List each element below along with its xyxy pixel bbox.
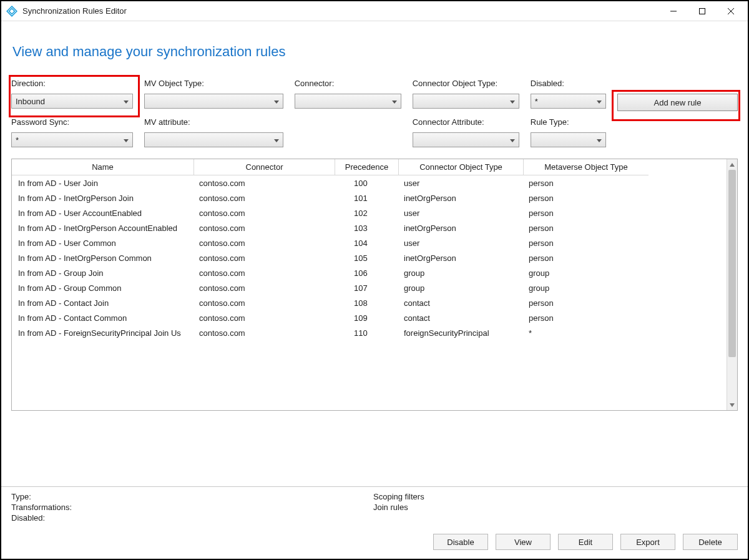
cell-cot: user [399, 238, 524, 248]
table-row[interactable]: In from AD - ForeignSecurityPrincipal Jo… [12, 325, 727, 340]
scrollbar-thumb[interactable] [728, 170, 736, 357]
view-button[interactable]: View [496, 534, 551, 550]
detail-disabled-label: Disabled: [11, 513, 373, 523]
cell-cot: inetOrgPerson [399, 224, 524, 233]
cell-mot: group [524, 268, 649, 278]
chevron-down-icon [274, 97, 279, 106]
cell-cot: group [399, 283, 524, 293]
chevron-down-icon [124, 135, 129, 145]
cell-mot: person [524, 253, 649, 263]
chevron-down-icon [274, 135, 279, 145]
column-header-precedence[interactable]: Precedence [335, 159, 399, 175]
edit-button[interactable]: Edit [558, 534, 613, 550]
cell-precedence: 110 [335, 328, 399, 338]
cell-cot: contact [399, 313, 524, 323]
table-row[interactable]: In from AD - InetOrgPerson AccountEnable… [12, 220, 727, 235]
cell-connector: contoso.com [194, 253, 335, 263]
cell-name: In from AD - InetOrgPerson Join [12, 194, 194, 203]
close-button[interactable] [717, 1, 745, 21]
cell-mot: person [524, 298, 649, 308]
rule-type-dropdown[interactable] [531, 132, 606, 147]
rule-type-label: Rule Type: [531, 117, 606, 129]
minimize-button[interactable] [659, 1, 688, 21]
cell-name: In from AD - InetOrgPerson AccountEnable… [12, 224, 194, 233]
table-row[interactable]: In from AD - User AccountEnabledcontoso.… [12, 205, 727, 220]
cell-cot: inetOrgPerson [399, 253, 524, 263]
scroll-up-icon[interactable] [727, 159, 737, 170]
cell-name: In from AD - ForeignSecurityPrincipal Jo… [12, 328, 194, 338]
export-button[interactable]: Export [620, 534, 675, 550]
cell-precedence: 106 [335, 268, 399, 278]
direction-label: Direction: [11, 79, 133, 90]
cell-cot: group [399, 268, 524, 278]
table-row[interactable]: In from AD - Group Joincontoso.com106gro… [12, 265, 727, 280]
cell-name: In from AD - InetOrgPerson Common [12, 253, 194, 263]
chevron-down-icon [510, 97, 515, 106]
column-header-connector-object-type[interactable]: Connector Object Type [399, 159, 524, 175]
cell-name: In from AD - Group Join [12, 268, 194, 278]
column-header-connector[interactable]: Connector [194, 159, 335, 175]
table-row[interactable]: In from AD - User Joincontoso.com100user… [12, 175, 727, 190]
chevron-down-icon [124, 97, 129, 106]
cell-mot: person [524, 224, 649, 233]
cell-connector: contoso.com [194, 313, 335, 323]
cell-precedence: 103 [335, 224, 399, 233]
cell-cot: foreignSecurityPrincipal [399, 328, 524, 338]
mv-object-type-label: MV Object Type: [144, 79, 283, 90]
column-header-name[interactable]: Name [12, 159, 194, 175]
connector-label: Connector: [295, 79, 401, 90]
cell-mot: person [524, 179, 649, 188]
disabled-dropdown[interactable]: * [531, 94, 606, 109]
cell-mot: group [524, 283, 649, 293]
connector-object-type-dropdown[interactable] [413, 94, 519, 109]
disabled-value: * [535, 97, 538, 106]
cell-connector: contoso.com [194, 238, 335, 248]
table-row[interactable]: In from AD - InetOrgPerson Commoncontoso… [12, 250, 727, 265]
cell-cot: contact [399, 298, 524, 308]
cell-cot: inetOrgPerson [399, 194, 524, 203]
direction-dropdown[interactable]: Inbound [11, 94, 133, 109]
cell-connector: contoso.com [194, 298, 335, 308]
chevron-down-icon [597, 135, 602, 145]
window-title: Synchronization Rules Editor [22, 6, 127, 16]
cell-precedence: 101 [335, 194, 399, 203]
mv-object-type-dropdown[interactable] [144, 94, 283, 109]
cell-name: In from AD - User Common [12, 238, 194, 248]
titlebar: Synchronization Rules Editor [1, 1, 748, 21]
cell-connector: contoso.com [194, 179, 335, 188]
connector-object-type-label: Connector Object Type: [413, 79, 519, 90]
connector-attribute-dropdown[interactable] [413, 132, 519, 147]
cell-precedence: 108 [335, 298, 399, 308]
cell-precedence: 105 [335, 253, 399, 263]
cell-cot: user [399, 179, 524, 188]
column-header-metaverse-object-type[interactable]: Metaverse Object Type [524, 159, 649, 175]
cell-name: In from AD - Contact Join [12, 298, 194, 308]
cell-connector: contoso.com [194, 224, 335, 233]
table-row[interactable]: In from AD - User Commoncontoso.com104us… [12, 235, 727, 250]
chevron-down-icon [392, 97, 397, 106]
delete-button[interactable]: Delete [683, 534, 738, 550]
connector-dropdown[interactable] [295, 94, 401, 109]
table-row[interactable]: In from AD - InetOrgPerson Joincontoso.c… [12, 190, 727, 205]
cell-name: In from AD - Group Common [12, 283, 194, 293]
cell-mot: person [524, 209, 649, 218]
table-row[interactable]: In from AD - Contact Joincontoso.com108c… [12, 295, 727, 310]
mv-attribute-label: MV attribute: [144, 117, 283, 129]
add-new-rule-button[interactable]: Add new rule [617, 94, 738, 111]
password-sync-dropdown[interactable]: * [11, 132, 133, 147]
vertical-scrollbar[interactable] [727, 159, 737, 410]
disable-button[interactable]: Disable [433, 534, 488, 550]
detail-scoping-filters-label: Scoping filters [373, 492, 424, 501]
maximize-button[interactable] [688, 1, 717, 21]
cell-name: In from AD - Contact Common [12, 313, 194, 323]
cell-name: In from AD - User AccountEnabled [12, 209, 194, 218]
mv-attribute-dropdown[interactable] [144, 132, 283, 147]
table-row[interactable]: In from AD - Contact Commoncontoso.com10… [12, 310, 727, 325]
cell-connector: contoso.com [194, 328, 335, 338]
cell-mot: person [524, 238, 649, 248]
filters-panel: Direction: Inbound MV Object Type: Conne… [11, 79, 738, 154]
table-row[interactable]: In from AD - Group Commoncontoso.com107g… [12, 280, 727, 295]
scroll-down-icon[interactable] [727, 400, 737, 410]
cell-mot: * [524, 328, 649, 338]
cell-connector: contoso.com [194, 283, 335, 293]
